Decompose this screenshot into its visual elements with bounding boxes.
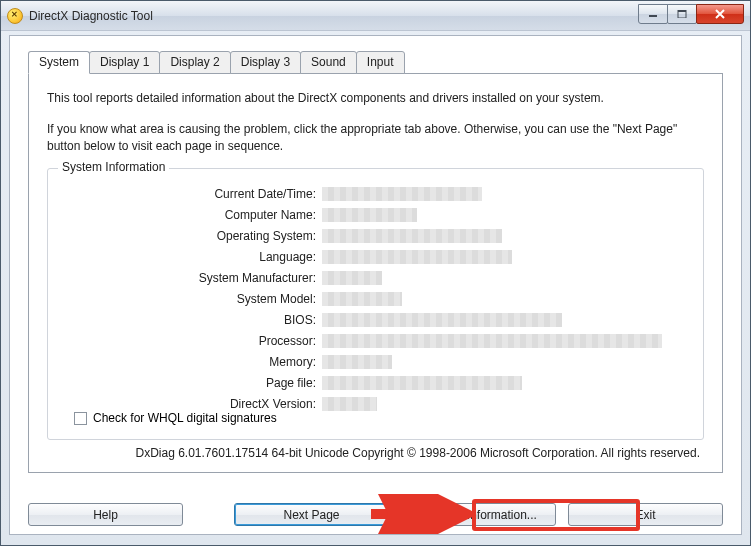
tab-sound[interactable]: Sound [300,51,357,74]
close-button[interactable] [696,4,744,24]
tab-panel-system: This tool reports detailed information a… [28,73,723,473]
redacted-value [322,208,417,222]
minimize-icon [648,10,658,18]
sysinfo-label: BIOS: [62,313,322,327]
copyright-text: DxDiag 6.01.7601.17514 64-bit Unicode Co… [47,446,704,460]
sysinfo-row: BIOS: [62,311,689,329]
sysinfo-value [322,186,689,202]
application-window: DirectX Diagnostic Tool System Display 1… [0,0,751,546]
sysinfo-row: Computer Name: [62,206,689,224]
redacted-value [322,229,502,243]
button-row: Help Next Page Save All Information... E… [28,503,723,526]
sysinfo-value [322,249,689,265]
sysinfo-row: Current Date/Time: [62,185,689,203]
tab-display-1[interactable]: Display 1 [89,51,160,74]
tab-system[interactable]: System [28,51,90,74]
sysinfo-label: Memory: [62,355,322,369]
whql-checkbox-row[interactable]: Check for WHQL digital signatures [74,411,277,425]
maximize-icon [677,10,687,18]
sysinfo-value [322,228,689,244]
whql-checkbox-label: Check for WHQL digital signatures [93,411,277,425]
redacted-value [322,292,402,306]
intro-line-1: This tool reports detailed information a… [47,90,704,107]
redacted-value [322,397,377,411]
intro-line-2: If you know what area is causing the pro… [47,121,704,155]
redacted-value [322,271,382,285]
client-area: System Display 1 Display 2 Display 3 Sou… [9,35,742,535]
sysinfo-label: DirectX Version: [62,397,322,411]
svg-rect-2 [678,10,686,12]
sysinfo-label: Computer Name: [62,208,322,222]
minimize-button[interactable] [638,4,668,24]
sysinfo-row: Processor: [62,332,689,350]
redacted-value [322,187,482,201]
redacted-value [322,313,562,327]
sysinfo-label: Language: [62,250,322,264]
sysinfo-value [322,375,689,391]
sysinfo-label: Page file: [62,376,322,390]
sysinfo-row: Page file: [62,374,689,392]
sysinfo-value [322,312,689,328]
tab-strip: System Display 1 Display 2 Display 3 Sou… [28,50,723,73]
tab-display-2[interactable]: Display 2 [159,51,230,74]
system-information-legend: System Information [58,160,169,174]
save-all-information-button[interactable]: Save All Information... [401,503,556,526]
window-title: DirectX Diagnostic Tool [29,9,639,23]
intro-text: This tool reports detailed information a… [47,90,704,154]
sysinfo-row: System Manufacturer: [62,269,689,287]
sysinfo-value [322,333,689,349]
tab-display-3[interactable]: Display 3 [230,51,301,74]
sysinfo-label: Processor: [62,334,322,348]
redacted-value [322,250,512,264]
tab-input[interactable]: Input [356,51,405,74]
close-icon [714,9,726,19]
redacted-value [322,334,662,348]
sysinfo-label: Operating System: [62,229,322,243]
sysinfo-row: Memory: [62,353,689,371]
whql-checkbox[interactable] [74,412,87,425]
sysinfo-label: System Manufacturer: [62,271,322,285]
redacted-value [322,376,522,390]
redacted-value [322,355,392,369]
sysinfo-label: System Model: [62,292,322,306]
titlebar[interactable]: DirectX Diagnostic Tool [1,1,750,31]
sysinfo-value [322,354,689,370]
system-information-group: System Information Current Date/Time:Com… [47,168,704,440]
sysinfo-row: Operating System: [62,227,689,245]
sysinfo-value [322,270,689,286]
directx-icon [7,8,23,24]
sysinfo-value [322,207,689,223]
help-button[interactable]: Help [28,503,183,526]
next-page-button[interactable]: Next Page [234,503,389,526]
maximize-button[interactable] [667,4,697,24]
sysinfo-row: Language: [62,248,689,266]
svg-rect-0 [649,15,657,17]
sysinfo-value [322,291,689,307]
sysinfo-value [322,396,689,412]
exit-button[interactable]: Exit [568,503,723,526]
sysinfo-row: System Model: [62,290,689,308]
sysinfo-label: Current Date/Time: [62,187,322,201]
